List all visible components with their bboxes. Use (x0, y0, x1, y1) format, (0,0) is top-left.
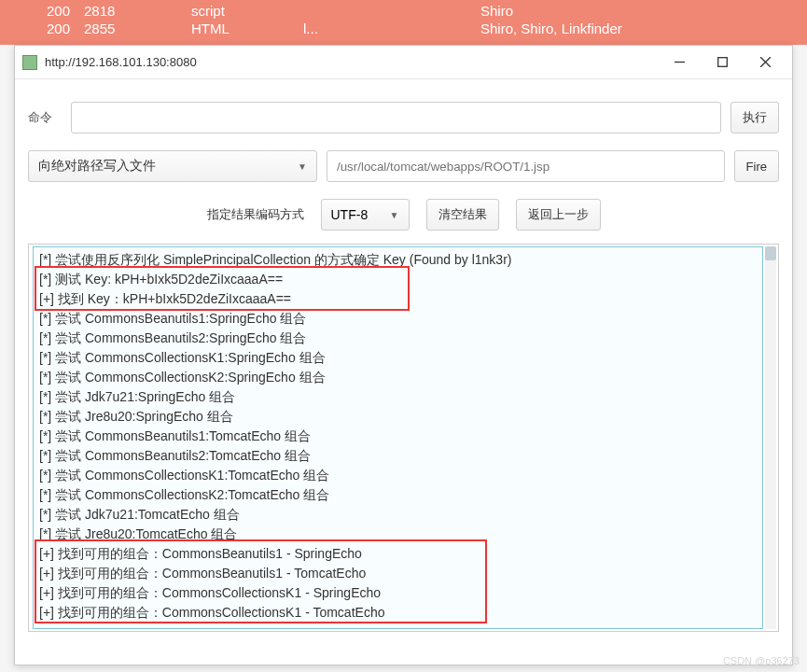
svg-rect-1 (717, 58, 727, 67)
clear-results-button[interactable]: 清空结果 (426, 199, 499, 231)
close-icon (760, 57, 771, 67)
bg-cell: l... (303, 21, 480, 36)
results-text[interactable]: [*] 尝试使用反序列化 SimplePrincipalCollection 的… (33, 246, 763, 629)
minimize-button[interactable] (658, 49, 701, 77)
result-line: [*] 尝试 CommonsCollectionsK2:TomcatEcho 组… (39, 485, 757, 505)
maximize-button[interactable] (701, 49, 744, 77)
background-table: 200 2818 script Shiro 200 2855 HTML l...… (0, 0, 807, 45)
command-label: 命令 (28, 109, 62, 126)
bg-row: 200 2855 HTML l... Shiro, Shiro, Linkfin… (0, 20, 807, 37)
result-line: [+] 找到可用的组合：CommonsCollectionsK1 - Tomca… (39, 603, 757, 623)
app-window: http://192.168.101.130:8080 命令 执行 向绝对路径写… (14, 45, 793, 665)
scrollbar[interactable] (765, 246, 776, 629)
bg-cell: 200 (0, 21, 84, 36)
action-select-value: 向绝对路径写入文件 (38, 158, 156, 175)
back-button[interactable]: 返回上一步 (516, 199, 601, 231)
bg-cell: 2818 (84, 3, 191, 19)
execute-button[interactable]: 执行 (730, 102, 779, 133)
result-line: [*] 尝试 CommonsBeanutils2:SpringEcho 组合 (39, 329, 757, 348)
result-line: [+] 找到可用的组合：CommonsCollectionsK1 - Sprin… (39, 583, 757, 603)
action-select[interactable]: 向绝对路径写入文件 ▼ (28, 150, 317, 182)
result-line: [*] 尝试 CommonsCollectionsK1:TomcatEcho 组… (39, 466, 757, 485)
result-line: [+] 找到可用的组合：CommonsBeanutils1 - SpringEc… (39, 544, 757, 564)
chevron-down-icon: ▼ (298, 161, 307, 172)
bg-cell (303, 3, 480, 19)
fire-button[interactable]: Fire (734, 150, 779, 182)
encoding-value: UTF-8 (331, 207, 369, 222)
encoding-label: 指定结果编码方式 (207, 206, 304, 223)
result-line: [*] 尝试 Jdk7u21:SpringEcho 组合 (39, 387, 757, 407)
clear-label: 清空结果 (438, 206, 487, 223)
back-label: 返回上一步 (528, 206, 589, 223)
result-line: [*] 尝试 Jre8u20:TomcatEcho 组合 (39, 525, 757, 544)
fire-label: Fire (746, 160, 767, 174)
chevron-down-icon: ▼ (390, 210, 399, 220)
encoding-select[interactable]: UTF-8 ▼ (321, 199, 410, 231)
path-input[interactable] (327, 150, 725, 182)
titlebar: http://192.168.101.130:8080 (15, 46, 792, 79)
window-title: http://192.168.101.130:8080 (45, 55, 658, 69)
app-icon (22, 55, 37, 70)
close-button[interactable] (744, 49, 786, 77)
results-panel: [*] 尝试使用反序列化 SimplePrincipalCollection 的… (28, 244, 779, 632)
result-line: [*] 尝试 CommonsBeanutils1:TomcatEcho 组合 (39, 427, 757, 446)
result-line: [*] 尝试 Jre8u20:SpringEcho 组合 (39, 407, 757, 427)
bg-cell: Shiro (480, 3, 807, 19)
result-line: [*] 尝试 CommonsCollectionsK2:SpringEcho 组… (39, 368, 757, 387)
result-line: [*] 尝试 Jdk7u21:TomcatEcho 组合 (39, 505, 757, 525)
result-line: [*] 测试 Key: kPH+bIxk5D2deZiIxcaaaA== (39, 270, 757, 289)
minimize-icon (675, 57, 685, 67)
bg-cell: HTML (191, 21, 303, 36)
watermark: CSDN @p36273 (723, 655, 800, 666)
execute-label: 执行 (743, 109, 767, 126)
bg-cell: Shiro, Shiro, Linkfinder (480, 21, 807, 36)
result-line: [*] 尝试使用反序列化 SimplePrincipalCollection 的… (39, 250, 757, 270)
result-line: [+] 找到可用的组合：CommonsBeanutils1 - TomcatEc… (39, 564, 757, 583)
command-input[interactable] (71, 102, 721, 133)
scroll-thumb[interactable] (765, 246, 776, 260)
result-line: [*] 尝试 CommonsBeanutils2:TomcatEcho 组合 (39, 446, 757, 466)
result-line: [*] 尝试 CommonsBeanutils1:SpringEcho 组合 (39, 309, 757, 329)
bg-cell: 200 (0, 3, 84, 19)
result-line: [+] 找到 Key：kPH+bIxk5D2deZiIxcaaaA== (39, 289, 757, 309)
bg-row: 200 2818 script Shiro (0, 2, 807, 20)
bg-cell: 2855 (84, 21, 191, 36)
maximize-icon (717, 57, 728, 67)
result-line: [*] 尝试 CommonsCollectionsK1:SpringEcho 组… (39, 348, 757, 368)
bg-cell: script (191, 3, 303, 19)
